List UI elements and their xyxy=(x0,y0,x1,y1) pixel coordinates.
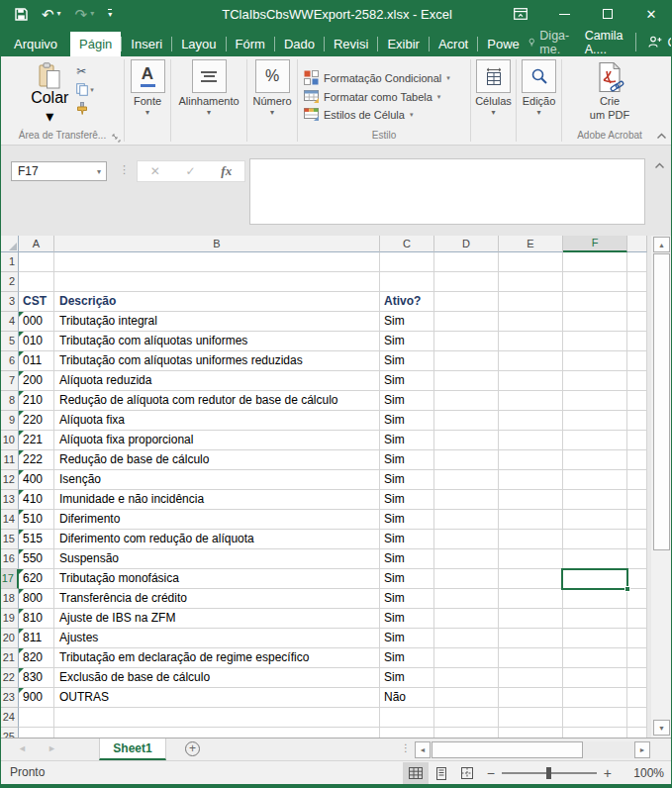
row-header-18[interactable]: 18 xyxy=(1,589,19,609)
cell-F16[interactable] xyxy=(563,549,627,569)
formula-input[interactable] xyxy=(249,158,645,225)
formula-bar-splitter[interactable]: ⋮ xyxy=(119,163,130,176)
cells-group-button[interactable]: Células ▾ xyxy=(471,59,516,129)
cell-D3[interactable] xyxy=(434,292,499,312)
cell-A25[interactable] xyxy=(19,728,54,738)
cell-C21[interactable]: Sim xyxy=(380,648,434,668)
cell-E13[interactable] xyxy=(499,490,563,510)
cell-B16[interactable]: Suspensão xyxy=(54,549,380,569)
cancel-icon[interactable]: ✕ xyxy=(150,164,160,178)
cell-B3[interactable]: Descrição xyxy=(54,292,380,312)
number-group-button[interactable]: % Número ▾ xyxy=(247,59,297,129)
cell-C4[interactable]: Sim xyxy=(380,312,434,332)
cell-B20[interactable]: Ajustes xyxy=(54,629,380,648)
cell-D5[interactable] xyxy=(434,332,499,351)
cell-C23[interactable]: Não xyxy=(380,688,434,708)
row-header-25[interactable]: 25 xyxy=(1,728,19,738)
cell-E15[interactable] xyxy=(499,530,563,549)
zoom-in-button[interactable]: + xyxy=(597,766,619,780)
create-pdf-button[interactable]: Crieum PDF xyxy=(590,59,629,129)
cell-E6[interactable] xyxy=(499,351,563,371)
row-header-3[interactable]: 3 xyxy=(1,292,19,312)
cell-B12[interactable]: Isenção xyxy=(54,470,380,490)
cell-D9[interactable] xyxy=(434,411,499,431)
cell-A23[interactable]: 900 xyxy=(19,688,54,708)
cell-F21[interactable] xyxy=(563,648,627,668)
cell-E19[interactable] xyxy=(499,609,563,629)
cell-C17[interactable]: Sim xyxy=(380,569,434,589)
cell-partial-25[interactable] xyxy=(627,728,647,738)
cell-C1[interactable] xyxy=(380,252,434,272)
ribbon-tab-acrot[interactable]: Acrot xyxy=(430,32,477,56)
row-header-15[interactable]: 15 xyxy=(1,530,19,549)
cell-E2[interactable] xyxy=(499,272,563,292)
row-header-13[interactable]: 13 xyxy=(1,490,19,510)
cell-partial-15[interactable] xyxy=(627,530,647,549)
font-group-button[interactable]: A Fonte ▾ xyxy=(125,59,170,129)
cell-B7[interactable]: Alíquota reduzida xyxy=(54,371,380,391)
cell-partial-23[interactable] xyxy=(627,688,647,708)
cell-A13[interactable]: 410 xyxy=(19,490,54,510)
cell-C12[interactable]: Sim xyxy=(380,470,434,490)
cell-B15[interactable]: Diferimento com redução de alíquota xyxy=(54,530,380,549)
cell-partial-14[interactable] xyxy=(627,510,647,530)
column-header-C[interactable]: C xyxy=(380,236,434,252)
row-header-24[interactable]: 24 xyxy=(1,708,19,728)
row-header-8[interactable]: 8 xyxy=(1,391,19,411)
zoom-level[interactable]: 100% xyxy=(628,766,664,780)
cell-A9[interactable]: 220 xyxy=(19,411,54,431)
maximize-button[interactable] xyxy=(586,0,629,28)
cell-partial-7[interactable] xyxy=(627,371,647,391)
column-header-A[interactable]: A xyxy=(19,236,54,252)
cell-F12[interactable] xyxy=(563,470,627,490)
cell-F9[interactable] xyxy=(563,411,627,431)
cell-D11[interactable] xyxy=(434,450,499,470)
selected-cell-outline[interactable] xyxy=(561,568,628,590)
cell-B11[interactable]: Redução de base de cálculo xyxy=(54,450,380,470)
cell-B6[interactable]: Tributação com alíquotas uniformes reduz… xyxy=(54,351,380,371)
cell-D14[interactable] xyxy=(434,510,499,530)
cell-C25[interactable] xyxy=(380,728,434,738)
row-header-9[interactable]: 9 xyxy=(1,411,19,431)
cell-F23[interactable] xyxy=(563,688,627,708)
name-box[interactable]: F17 ▾ xyxy=(11,161,107,181)
cell-D2[interactable] xyxy=(434,272,499,292)
cell-F20[interactable] xyxy=(563,629,627,648)
cell-E24[interactable] xyxy=(499,708,563,728)
cell-A5[interactable]: 010 xyxy=(19,332,54,351)
scroll-up-button[interactable]: ▲ xyxy=(653,237,670,252)
cell-D19[interactable] xyxy=(434,609,499,629)
cell-B22[interactable]: Exclusão de base de cálculo xyxy=(54,668,380,688)
cell-partial-2[interactable] xyxy=(627,272,647,292)
cell-E7[interactable] xyxy=(499,371,563,391)
cell-styles-button[interactable]: Estilos de Célula ▾ xyxy=(304,108,413,121)
save-button[interactable] xyxy=(15,8,28,21)
undo-button[interactable]: ↶▾ xyxy=(42,7,61,22)
cell-A6[interactable]: 011 xyxy=(19,351,54,371)
cell-B2[interactable] xyxy=(54,272,380,292)
fill-handle[interactable] xyxy=(624,586,630,592)
cell-partial-17[interactable] xyxy=(627,569,647,589)
cell-E1[interactable] xyxy=(499,252,563,272)
cell-C20[interactable]: Sim xyxy=(380,629,434,648)
cell-C16[interactable]: Sim xyxy=(380,549,434,569)
horizontal-scroll-thumb[interactable] xyxy=(432,741,583,758)
vertical-scrollbar[interactable]: ▲ ▼ xyxy=(651,236,672,738)
row-header-19[interactable]: 19 xyxy=(1,609,19,629)
cell-B4[interactable]: Tributação integral xyxy=(54,312,380,332)
cell-A7[interactable]: 200 xyxy=(19,371,54,391)
row-header-23[interactable]: 23 xyxy=(1,688,19,708)
cell-F19[interactable] xyxy=(563,609,627,629)
cell-F2[interactable] xyxy=(563,272,627,292)
ribbon-tab-dado[interactable]: Dado xyxy=(275,32,324,56)
cell-A2[interactable] xyxy=(19,272,54,292)
cell-D8[interactable] xyxy=(434,391,499,411)
cell-A18[interactable]: 800 xyxy=(19,589,54,609)
cell-C11[interactable]: Sim xyxy=(380,450,434,470)
cell-A19[interactable]: 810 xyxy=(19,609,54,629)
cell-partial-4[interactable] xyxy=(627,312,647,332)
cell-partial-18[interactable] xyxy=(627,589,647,609)
cell-F22[interactable] xyxy=(563,668,627,688)
cell-C10[interactable]: Sim xyxy=(380,431,434,450)
cell-A4[interactable]: 000 xyxy=(19,312,54,332)
